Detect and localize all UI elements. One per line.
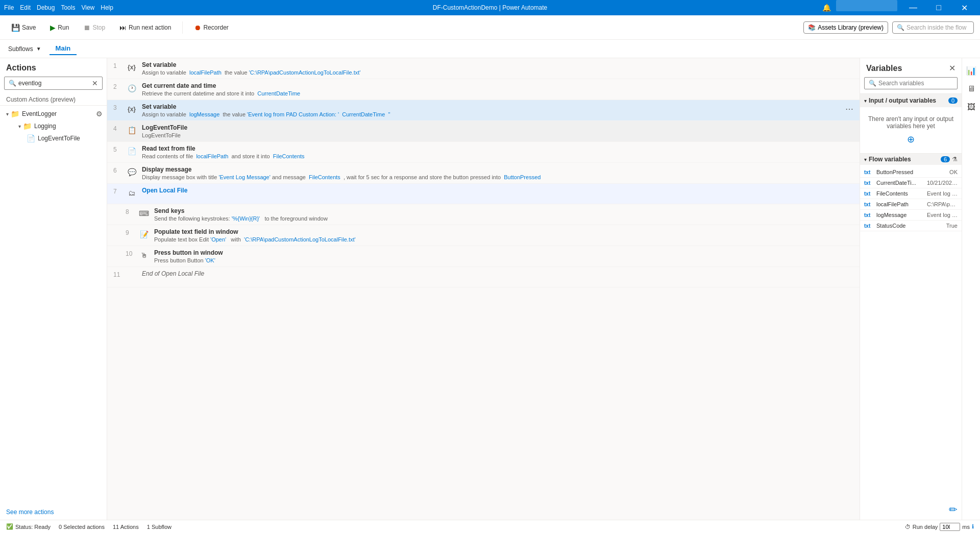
action-title: LogEventToFile [142, 124, 853, 131]
str-val: 'C:\RPA\padCustomActionLogToLocalFile.tx… [249, 69, 361, 76]
chevron-down-icon: ▾ [864, 98, 867, 104]
var-link[interactable]: localFilePath [189, 69, 222, 76]
status-ready: ✅ Status: Ready [6, 523, 51, 530]
ui-elements-icon[interactable]: 🖥 [963, 81, 979, 97]
section-count: 6 [941, 156, 950, 162]
run-delay-input[interactable] [940, 523, 960, 531]
variables-search-box[interactable]: 🔍 [864, 77, 958, 89]
settings-icon[interactable]: ⚙ [96, 110, 103, 118]
action-desc: Assign to variable localFilePath the val… [142, 69, 853, 76]
tree-item-logging[interactable]: ▾ 📁 Logging [0, 120, 107, 132]
action-title: Read text from file [142, 145, 853, 152]
action-title: Populate text field in window [154, 228, 853, 235]
action-row[interactable]: 10 🖱 Press button in window Press button… [107, 246, 860, 267]
action-content: Set variable Assign to variable localFil… [142, 61, 853, 76]
menu-help[interactable]: Help [101, 4, 113, 11]
var-link[interactable]: CurrentDateTime [342, 111, 385, 117]
action-more-button[interactable]: ⋯ [845, 104, 853, 114]
clear-search-button[interactable]: ✕ [92, 79, 98, 87]
images-icon[interactable]: 🖼 [963, 99, 979, 115]
tree-item-log-event-to-file[interactable]: 📄 LogEventToFile [0, 132, 107, 144]
action-content: Get current date and time Retrieve the c… [142, 82, 853, 96]
action-row[interactable]: 2 🕐 Get current date and time Retrieve t… [107, 79, 860, 100]
search-box[interactable]: 🔍 ✕ [4, 77, 103, 90]
input-output-section-header[interactable]: ▾ Input / output variables 0 [860, 94, 962, 107]
action-content: Read text from file Read contents of fil… [142, 145, 853, 159]
variables-close-button[interactable]: ✕ [949, 63, 955, 73]
variables-search-input[interactable] [878, 80, 955, 87]
action-row[interactable]: 6 💬 Display message Display message box … [107, 163, 860, 184]
run-next-button[interactable]: ⏭ Run next action [114, 20, 176, 35]
variables-panel-toggle[interactable]: 📊 [963, 62, 979, 79]
action-row[interactable]: 1 {x} Set variable Assign to variable lo… [107, 58, 860, 79]
action-content: Display message Display message box with… [142, 166, 853, 180]
chevron-down-icon: ▾ [6, 111, 9, 117]
action-title: Set variable [142, 61, 853, 68]
search-bar[interactable] [836, 0, 897, 11]
menu-edit[interactable]: Edit [20, 4, 31, 11]
action-content: Set variable Assign to variable logMessa… [142, 103, 853, 117]
stop-button[interactable]: ⏹ Stop [78, 20, 110, 35]
toolbar-right: 📚 Assets Library (preview) 🔍 Search insi… [803, 21, 974, 34]
action-row[interactable]: 11 End of Open Local File [107, 267, 860, 287]
flow-var-row[interactable]: txt ButtonPressed OK [860, 167, 962, 178]
menu-debug[interactable]: Debug [37, 4, 55, 11]
flow-variables-list: txt ButtonPressed OK txt CurrentDateTi..… [860, 165, 962, 233]
empty-variables-message: There aren't any input or output variabl… [860, 107, 962, 153]
action-title: Get current date and time [142, 82, 853, 89]
flow-variables-header[interactable]: ▾ Flow variables 6 ⚗ [860, 154, 962, 165]
menu-view[interactable]: View [81, 4, 94, 11]
tree-item-event-logger[interactable]: ▾ 📁 EventLogger ⚙ [0, 108, 107, 120]
var-value: True [946, 223, 958, 229]
folder-icon: 📁 [11, 110, 19, 118]
subflows-button[interactable]: Subflows ▼ [4, 43, 45, 55]
var-link[interactable]: CurrentDateTime [257, 90, 300, 96]
action-row[interactable]: 8 ⌨ Send keys Send the following keystro… [107, 204, 860, 225]
run-button[interactable]: ▶ Run [45, 20, 74, 35]
action-row[interactable]: 7 🗂 Open Local File [107, 184, 860, 204]
menu-items: File Edit Debug Tools View Help [4, 4, 113, 11]
var-link[interactable]: FileContents [309, 174, 340, 180]
flow-var-row[interactable]: txt StatusCode True [860, 221, 962, 231]
populate-text-icon: 📝 [138, 228, 150, 240]
add-variable-bottom-button[interactable]: ✏ [949, 503, 958, 516]
run-delay-info-icon[interactable]: ℹ [972, 523, 974, 530]
var-name: CurrentDateTi... [876, 180, 927, 186]
filter-icon[interactable]: ⚗ [952, 156, 958, 163]
minimize-button[interactable]: — [901, 0, 925, 15]
status-icon: ✅ [6, 523, 13, 530]
search-flow-input[interactable]: 🔍 Search inside the flow [892, 21, 974, 34]
menu-file[interactable]: File [4, 4, 14, 11]
variables-header: Variables ✕ [860, 58, 962, 77]
assets-library-button[interactable]: 📚 Assets Library (preview) [803, 21, 888, 34]
add-variable-button[interactable]: ⊕ [866, 134, 955, 145]
action-row[interactable]: 5 📄 Read text from file Read contents of… [107, 142, 860, 163]
group-icon: 🗂 [126, 187, 138, 199]
close-button[interactable]: ✕ [952, 0, 976, 15]
action-row[interactable]: 4 📋 LogEventToFile LogEventToFile [107, 121, 860, 142]
action-row[interactable]: 3 {x} Set variable Assign to variable lo… [107, 100, 860, 121]
status-bar: ✅ Status: Ready 0 Selected actions 11 Ac… [0, 520, 980, 533]
notification-icon[interactable]: 🔔 [819, 0, 834, 15]
search-input[interactable] [18, 80, 92, 87]
save-button[interactable]: 💾 Save [6, 20, 41, 35]
flow-var-row[interactable]: txt logMessage Event log from PAD... [860, 210, 962, 221]
flow-var-row[interactable]: txt CurrentDateTi... 10/21/2023 4:58:53.… [860, 178, 962, 188]
var-link[interactable]: localFilePath [196, 153, 228, 159]
main-tab[interactable]: Main [50, 42, 77, 55]
see-more-link[interactable]: See more actions [0, 504, 107, 520]
action-row[interactable]: 9 📝 Populate text field in window Popula… [107, 225, 860, 246]
menu-tools[interactable]: Tools [61, 4, 75, 11]
var-link[interactable]: logMessage [189, 111, 219, 117]
maximize-button[interactable]: □ [927, 0, 950, 15]
flow-var-row[interactable]: txt localFilePath C:\RPA\padCusto... [860, 199, 962, 210]
tree-item-label: Logging [34, 123, 56, 130]
var-link[interactable]: ButtonPressed [504, 174, 541, 180]
stop-icon: ⏹ [83, 23, 90, 32]
flow-var-row[interactable]: txt FileContents Event log from PAD... [860, 188, 962, 199]
var-icon: txt [864, 202, 874, 207]
recorder-button[interactable]: ⏺ Recorder [189, 20, 233, 35]
window-controls: 🔔 — □ ✕ [819, 0, 976, 15]
var-link[interactable]: FileContents [273, 153, 305, 159]
variables-title: Variables [866, 64, 902, 73]
